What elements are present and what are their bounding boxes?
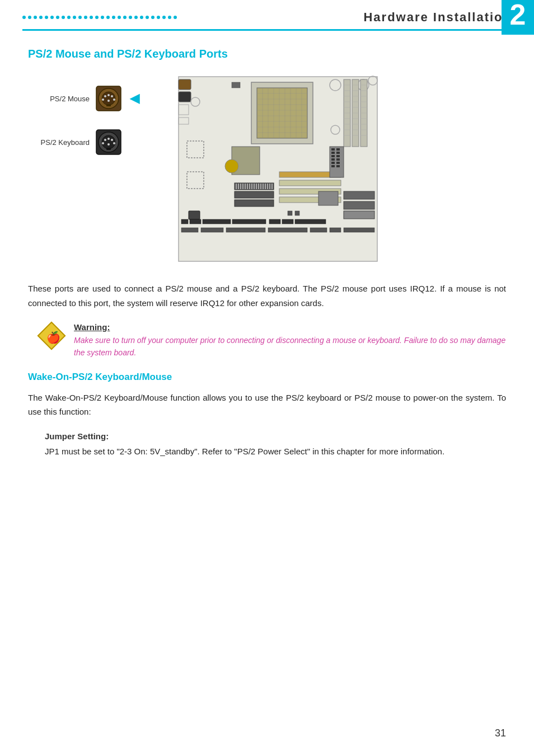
svg-rect-83	[235, 191, 274, 198]
section-title: PS/2 Mouse and PS/2 Keyboard Ports	[28, 48, 506, 60]
page-number: 31	[495, 727, 506, 739]
svg-rect-142	[336, 162, 340, 164]
jumper-title: Jumper Setting:	[45, 431, 506, 441]
svg-rect-117	[201, 228, 223, 232]
header-dot	[39, 16, 43, 19]
header-dot	[28, 16, 31, 19]
svg-point-3	[104, 95, 106, 97]
svg-rect-123	[318, 191, 338, 205]
header-dot	[168, 16, 171, 19]
header-dot	[56, 16, 59, 19]
arrow-mouse: ◀	[130, 91, 139, 106]
ps2-mouse-label: PS/2 Mouse	[39, 95, 90, 103]
svg-rect-21	[179, 79, 191, 90]
header-dot	[67, 16, 71, 19]
header-dots	[22, 16, 363, 19]
header-dot	[146, 16, 149, 19]
svg-rect-91	[249, 184, 250, 189]
header-dot	[112, 16, 115, 19]
header-dot	[140, 16, 143, 19]
warning-title: Warning:	[74, 322, 506, 332]
svg-rect-98	[265, 184, 266, 189]
ps2-keyboard-label: PS/2 Keyboard	[39, 138, 90, 147]
svg-point-5	[102, 98, 104, 101]
svg-rect-110	[190, 219, 201, 224]
svg-rect-106	[344, 191, 374, 199]
header-dot	[162, 16, 166, 19]
header-dot	[50, 16, 54, 19]
motherboard-svg	[145, 74, 380, 264]
warning-text: Make sure to turn off your computer prio…	[74, 334, 506, 359]
chapter-number: 2	[502, 0, 534, 35]
svg-rect-136	[331, 162, 335, 164]
header-dot	[118, 16, 121, 19]
header-dot	[84, 16, 87, 19]
subsection-title: Wake-On-PS/2 Keyboard/Mouse	[28, 372, 506, 383]
header-dot	[174, 16, 177, 19]
svg-rect-128	[288, 211, 292, 215]
svg-rect-121	[330, 228, 341, 232]
header-dot	[101, 16, 104, 19]
jumper-text: JP1 must be set to "2-3 On: 5V_standby".…	[45, 444, 506, 459]
svg-rect-85	[236, 184, 237, 189]
ps2-keyboard-row: PS/2 Keyboard	[39, 129, 139, 156]
svg-rect-94	[256, 184, 257, 189]
warning-box: 🍎 Warning: Make sure to turn off your co…	[39, 322, 506, 359]
svg-rect-109	[181, 219, 188, 224]
svg-rect-141	[336, 158, 340, 161]
svg-rect-129	[295, 211, 299, 215]
svg-rect-120	[310, 228, 327, 232]
svg-rect-124	[232, 82, 240, 88]
svg-rect-137	[331, 165, 335, 167]
svg-rect-101	[271, 184, 273, 189]
svg-point-6	[107, 100, 110, 102]
jumper-section: Jumper Setting: JP1 must be set to "2-3 …	[45, 431, 506, 459]
svg-point-4	[111, 95, 113, 97]
svg-rect-22	[179, 92, 191, 102]
svg-rect-122	[344, 228, 374, 232]
svg-rect-107	[344, 201, 374, 209]
svg-rect-97	[263, 184, 264, 189]
svg-rect-133	[331, 152, 335, 154]
svg-point-125	[225, 159, 238, 173]
svg-rect-9	[106, 104, 111, 106]
svg-rect-87	[240, 184, 241, 189]
svg-rect-99	[267, 184, 268, 189]
header-dot	[123, 16, 127, 19]
warning-content: Warning: Make sure to turn off your comp…	[74, 322, 506, 359]
port-labels: PS/2 Mouse ◀	[39, 85, 139, 156]
header-dot	[134, 16, 138, 19]
svg-point-16	[107, 143, 110, 145]
header-dot	[34, 16, 37, 19]
svg-point-13	[104, 139, 106, 141]
svg-rect-24	[257, 88, 307, 138]
svg-rect-96	[260, 184, 261, 189]
header-dot	[151, 16, 154, 19]
svg-rect-19	[106, 148, 111, 150]
header-dot	[45, 16, 48, 19]
header-dot	[129, 16, 132, 19]
svg-rect-143	[336, 165, 340, 167]
svg-point-2	[102, 92, 115, 105]
svg-rect-140	[336, 155, 340, 157]
diagram-area: PS/2 Mouse ◀	[39, 74, 506, 266]
svg-point-18	[107, 138, 110, 140]
svg-rect-92	[251, 184, 252, 189]
header-dot	[73, 16, 76, 19]
svg-point-15	[102, 142, 104, 144]
svg-rect-81	[189, 211, 200, 219]
header-bar: Hardware Installation 2	[22, 0, 512, 31]
svg-rect-108	[344, 211, 374, 219]
subsection-body: The Wake-On-PS/2 Keyboard/Mouse function…	[28, 391, 506, 419]
svg-rect-111	[203, 219, 231, 224]
svg-rect-112	[232, 219, 266, 224]
svg-rect-139	[336, 152, 340, 154]
svg-rect-119	[268, 228, 307, 232]
svg-rect-134	[331, 155, 335, 157]
header-dot	[157, 16, 160, 19]
svg-rect-95	[258, 184, 259, 189]
header-dot	[106, 16, 110, 19]
svg-rect-93	[254, 184, 255, 189]
svg-point-12	[102, 135, 115, 149]
header-dot	[90, 16, 93, 19]
